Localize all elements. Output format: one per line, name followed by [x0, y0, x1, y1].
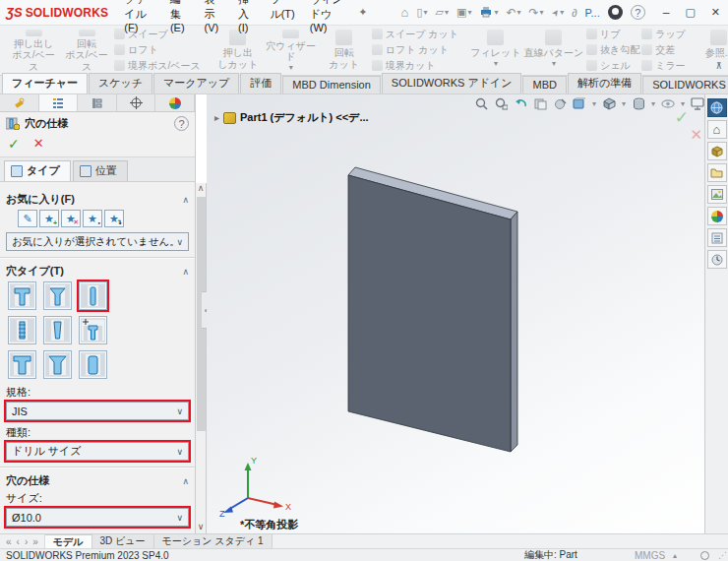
open-dropdown-icon[interactable]: [445, 8, 449, 17]
new-document-dropdown-icon[interactable]: [424, 8, 428, 17]
menu-edit[interactable]: 編集(E): [170, 0, 190, 33]
hole-wizard-button[interactable]: 穴ウィザード: [266, 28, 317, 72]
undo-icon[interactable]: [506, 6, 516, 20]
loft-cut-button[interactable]: ロフト カット: [372, 43, 458, 57]
scroll-up-icon[interactable]: [198, 183, 205, 193]
zoom-fit-icon[interactable]: [474, 96, 488, 110]
redo-icon[interactable]: [529, 6, 539, 20]
select-icon[interactable]: [552, 8, 560, 18]
account-avatar[interactable]: [608, 5, 623, 20]
favorites-section-header[interactable]: お気に入り(F): [6, 192, 189, 207]
hole-button-selected[interactable]: [79, 281, 107, 310]
search-box[interactable]: P...: [585, 7, 600, 19]
view-palette-tab[interactable]: [707, 185, 727, 204]
menu-insert[interactable]: 挿入(I): [238, 0, 255, 33]
motion-study-tab[interactable]: モーション スタディ 1: [154, 534, 273, 548]
home-tab[interactable]: [707, 120, 727, 139]
draft-button[interactable]: 抜き勾配: [586, 43, 639, 57]
hide-show-items-icon[interactable]: [661, 96, 675, 110]
tab-analysis-prep[interactable]: 解析の準備: [568, 73, 641, 94]
custom-properties-tab[interactable]: [707, 228, 727, 247]
redo-dropdown-icon[interactable]: [540, 8, 544, 17]
file-explorer-tab[interactable]: [707, 163, 727, 182]
linear-pattern-button[interactable]: 直線パターン: [523, 28, 584, 72]
display-style-icon[interactable]: [632, 96, 645, 110]
extruded-boss-button[interactable]: 押し出し ボス/ベース: [8, 28, 59, 72]
configuration-manager-tab[interactable]: [78, 94, 117, 111]
type-subtab[interactable]: タイプ: [4, 160, 71, 181]
kind-dropdown[interactable]: ドリル サイズ: [6, 442, 189, 461]
delete-favorite-button[interactable]: ★✕: [61, 210, 81, 227]
apply-defaults-favorite-button[interactable]: ✎: [18, 210, 37, 227]
extruded-cut-button[interactable]: 押し出 しカット: [212, 28, 264, 72]
3dexperience-tab[interactable]: [707, 98, 727, 117]
section-view-icon[interactable]: [533, 96, 547, 110]
model-tab[interactable]: モデル: [45, 534, 92, 548]
panel-help-icon[interactable]: [174, 116, 189, 131]
graphics-viewport[interactable]: Part1 (デフォルト) <<デ... ✓ ✕: [207, 94, 704, 533]
fillet-button[interactable]: フィレット: [470, 28, 521, 72]
minimize-button[interactable]: [663, 6, 670, 20]
load-favorite-button[interactable]: ★↴: [104, 210, 124, 227]
units-caret-icon[interactable]: ▴: [673, 551, 677, 560]
hole-wizard-dropdown-icon[interactable]: [289, 63, 293, 72]
save-dropdown-icon[interactable]: [467, 8, 471, 17]
menu-file[interactable]: ファイル(F): [124, 0, 155, 33]
display-manager-tab[interactable]: [155, 94, 195, 111]
first-tab-nav-icon[interactable]: [6, 536, 12, 547]
units-indicator[interactable]: MMGS: [635, 550, 665, 561]
property-manager-tab[interactable]: [39, 94, 79, 111]
tree-part-name[interactable]: Part1 (デフォルト) <<デ...: [240, 110, 369, 125]
previous-view-icon[interactable]: [514, 96, 527, 110]
reference-geometry-button[interactable]: 参照...: [698, 28, 728, 72]
panel-scrollbar[interactable]: [196, 183, 207, 533]
boundary-cut-button[interactable]: 境界カット: [372, 59, 458, 73]
close-button[interactable]: [711, 6, 720, 20]
counterbore-hole-button[interactable]: [8, 281, 36, 310]
save-favorite-button[interactable]: ★▪: [83, 210, 102, 227]
intersect-button[interactable]: 交差: [641, 43, 686, 57]
scroll-down-icon[interactable]: [198, 522, 205, 531]
3d-views-tab[interactable]: 3D ビュー: [92, 534, 154, 548]
open-icon[interactable]: [436, 6, 444, 19]
view-settings-icon[interactable]: [691, 96, 704, 110]
print-icon[interactable]: [479, 6, 493, 20]
tab-evaluate[interactable]: 評価: [240, 73, 281, 94]
slot-button[interactable]: [79, 350, 107, 379]
revolved-boss-button[interactable]: 回転 ボス/ベース: [61, 28, 112, 72]
pin-menu-icon[interactable]: [358, 6, 367, 19]
add-favorite-button[interactable]: ★+: [39, 210, 59, 227]
edit-appearance-icon[interactable]: [573, 96, 586, 110]
feature-manager-tab[interactable]: [0, 94, 39, 111]
dimxpert-manager-tab[interactable]: [117, 94, 156, 111]
countersink-hole-button[interactable]: [43, 281, 72, 310]
menu-tools[interactable]: ツール(T): [270, 0, 294, 33]
size-dropdown[interactable]: Ø10.0: [6, 508, 189, 527]
undo-dropdown-icon[interactable]: [517, 8, 521, 17]
fillet-dropdown-icon[interactable]: [494, 59, 498, 68]
linear-pattern-dropdown-icon[interactable]: [552, 59, 556, 68]
rebuild-icon[interactable]: [572, 7, 576, 19]
tab-markup[interactable]: マークアップ: [153, 73, 239, 94]
favorites-collapse-icon[interactable]: [182, 195, 189, 205]
standard-dropdown[interactable]: JIS: [6, 402, 189, 420]
view-orientation-icon[interactable]: [602, 96, 616, 110]
hole-type-collapse-icon[interactable]: [182, 267, 189, 277]
tab-mbd[interactable]: MBD: [522, 76, 566, 94]
menu-view[interactable]: 表示(V): [204, 0, 223, 33]
home-icon[interactable]: [401, 5, 409, 20]
restore-button[interactable]: [685, 6, 695, 20]
legacy-hole-button[interactable]: [79, 316, 107, 344]
wrap-button[interactable]: ラップ: [641, 28, 686, 41]
countersink-slot-button[interactable]: [43, 350, 72, 379]
sweep-cut-button[interactable]: スイープ カット: [372, 28, 458, 41]
status-globe-icon[interactable]: [700, 551, 709, 560]
last-tab-nav-icon[interactable]: [32, 536, 38, 547]
tapered-tap-button[interactable]: [43, 316, 72, 344]
mirror-button[interactable]: ミラー: [641, 59, 686, 73]
new-document-icon[interactable]: [416, 6, 422, 19]
tab-sketch[interactable]: スケッチ: [89, 73, 152, 94]
dynamic-annotation-icon[interactable]: [553, 96, 567, 110]
tab-mbd-dimension[interactable]: MBD Dimension: [282, 76, 380, 94]
counterbore-slot-button[interactable]: [8, 350, 36, 379]
